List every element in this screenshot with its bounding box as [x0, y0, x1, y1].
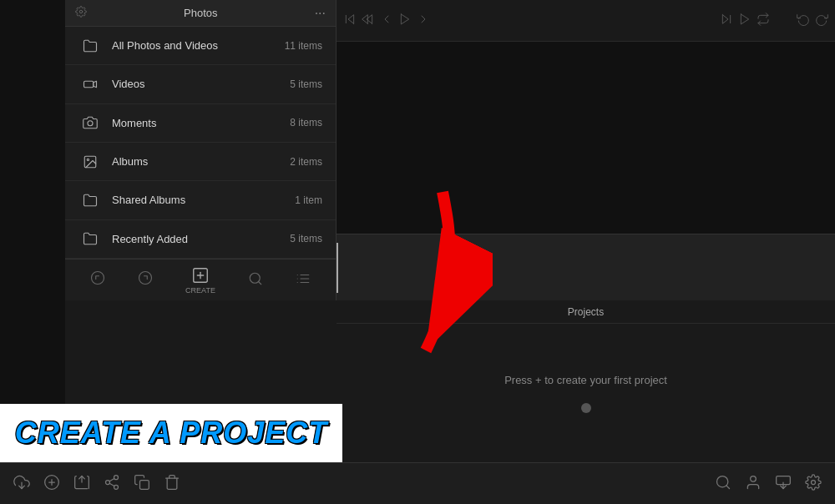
- list-view-icon[interactable]: [296, 271, 311, 290]
- search-bottom-icon[interactable]: [715, 474, 731, 494]
- camera-icon: [78, 115, 102, 130]
- download-icon[interactable]: [775, 474, 792, 494]
- undo-icon[interactable]: [797, 13, 810, 29]
- projects-tab[interactable]: Projects: [568, 306, 604, 318]
- loop-icon[interactable]: [757, 13, 770, 29]
- sidebar: Photos ··· All Photos and Videos 11 item…: [65, 0, 337, 259]
- skip-to-end-icon[interactable]: [720, 13, 733, 29]
- playback-toolbar: [337, 0, 835, 42]
- sidebar-item-albums[interactable]: Albums 2 items: [65, 143, 336, 181]
- sidebar-item-label: Recently Added: [112, 233, 290, 245]
- svg-marker-2: [94, 81, 97, 88]
- svg-point-32: [114, 475, 119, 479]
- sidebar-item-recently-added[interactable]: Recently Added 5 items: [65, 220, 336, 259]
- svg-marker-19: [348, 14, 354, 23]
- viewer-area: [337, 0, 835, 300]
- playhead: [337, 243, 338, 293]
- frame-back-icon[interactable]: [380, 13, 393, 29]
- search-icon[interactable]: [248, 271, 263, 290]
- share-icon[interactable]: [104, 474, 120, 494]
- sidebar-item-label: Moments: [112, 117, 290, 129]
- projects-empty-state: Press + to create your first project: [337, 324, 835, 462]
- sidebar-item-count: 8 items: [290, 117, 322, 129]
- import-icon[interactable]: [13, 474, 30, 494]
- sidebar-item-label: Videos: [112, 78, 290, 90]
- svg-point-0: [79, 10, 83, 13]
- svg-rect-1: [84, 81, 94, 88]
- svg-point-34: [114, 485, 119, 489]
- create-button[interactable]: CREATE: [185, 266, 215, 295]
- svg-point-33: [106, 480, 110, 484]
- sidebar-item-all-photos[interactable]: All Photos and Videos 11 items: [65, 27, 336, 65]
- folder-shared-icon: [78, 193, 102, 208]
- video-icon: [78, 77, 102, 92]
- svg-line-12: [259, 281, 261, 284]
- gear-icon[interactable]: [75, 6, 87, 21]
- redo-icon[interactable]: [815, 13, 828, 29]
- duplicate-icon[interactable]: [134, 474, 150, 494]
- svg-line-39: [726, 485, 730, 488]
- svg-point-6: [91, 272, 104, 285]
- play-range-icon[interactable]: [738, 13, 752, 29]
- export-icon[interactable]: [73, 474, 90, 494]
- svg-line-36: [109, 478, 114, 481]
- bottom-toolbar-right: [715, 474, 822, 494]
- sidebar-item-shared-albums[interactable]: Shared Albums 1 item: [65, 181, 336, 219]
- create-project-text: CREATE A PROJECT: [15, 416, 328, 451]
- svg-point-5: [87, 159, 89, 160]
- add-icon[interactable]: [43, 474, 60, 494]
- projects-area: Projects Press + to create your first pr…: [337, 300, 835, 462]
- svg-marker-26: [741, 14, 748, 24]
- projects-tab-bar: Projects: [337, 300, 835, 324]
- svg-rect-37: [140, 480, 149, 489]
- svg-point-7: [139, 272, 151, 285]
- skip-to-start-icon[interactable]: [343, 13, 357, 29]
- sidebar-item-label: Shared Albums: [112, 194, 295, 206]
- svg-point-3: [88, 121, 93, 126]
- user-icon[interactable]: [745, 474, 762, 494]
- settings-icon[interactable]: [805, 474, 822, 494]
- folder-icon: [78, 38, 102, 53]
- svg-point-40: [751, 476, 757, 481]
- sidebar-item-count: 11 items: [285, 40, 322, 52]
- ellipsis-icon[interactable]: ···: [315, 6, 326, 21]
- album-icon: [78, 154, 102, 169]
- timeline-area[interactable]: [337, 234, 835, 300]
- redo-circle-icon[interactable]: [138, 270, 153, 290]
- bottom-toolbar-left: [13, 474, 180, 494]
- sidebar-item-count: 2 items: [290, 156, 322, 168]
- undo-circle-icon[interactable]: [90, 270, 105, 290]
- page-indicator-dot: [581, 403, 591, 413]
- sidebar-item-count: 5 items: [290, 233, 322, 244]
- step-back-icon[interactable]: [362, 13, 375, 29]
- create-label: CREATE: [185, 286, 215, 295]
- sidebar-item-count: 5 items: [290, 78, 322, 90]
- folder-recent-icon: [78, 231, 102, 246]
- svg-marker-24: [722, 14, 728, 23]
- svg-line-35: [109, 483, 114, 486]
- svg-marker-23: [401, 14, 408, 24]
- empty-state-text: Press + to create your first project: [504, 374, 667, 386]
- delete-icon[interactable]: [164, 474, 180, 494]
- svg-point-43: [812, 480, 816, 484]
- play-icon[interactable]: [398, 13, 412, 29]
- create-project-banner: CREATE A PROJECT: [0, 404, 342, 462]
- sidebar-item-videos[interactable]: Videos 5 items: [65, 65, 336, 103]
- sidebar-item-label: All Photos and Videos: [112, 39, 285, 52]
- frame-forward-icon[interactable]: [417, 13, 430, 29]
- sidebar-item-moments[interactable]: Moments 8 items: [65, 104, 336, 143]
- sidebar-item-label: Albums: [112, 155, 290, 168]
- sidebar-toolbar: CREATE: [65, 259, 337, 300]
- sidebar-item-count: 1 item: [295, 194, 322, 206]
- sidebar-title: Photos: [87, 7, 315, 19]
- sidebar-header: Photos ···: [65, 0, 336, 27]
- bottom-toolbar: [0, 462, 835, 504]
